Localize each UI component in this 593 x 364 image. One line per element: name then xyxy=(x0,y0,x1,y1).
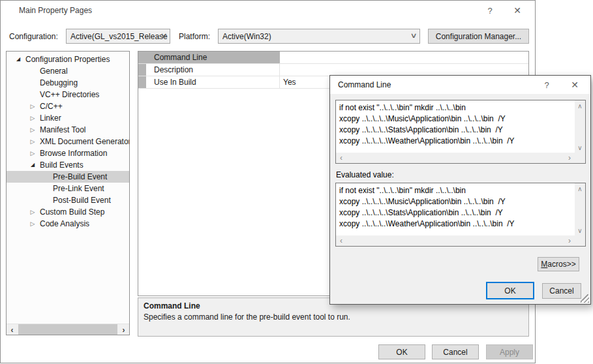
property-label[interactable]: Description xyxy=(146,64,280,76)
description-text: Specifies a command line for the pre-bui… xyxy=(144,312,523,322)
tree-item-xml-document-generator[interactable]: ▷XML Document Generator xyxy=(7,136,129,147)
platform-dropdown[interactable]: Active(Win32) ∨ xyxy=(218,29,420,44)
tree-item-label: Configuration Properties xyxy=(23,55,110,64)
tree-item-post-build-event[interactable]: Post-Build Event xyxy=(7,194,129,206)
expander-expanded-icon[interactable]: ◢ xyxy=(14,53,23,65)
scrollbar-thumb[interactable] xyxy=(18,324,117,335)
scroll-left-icon[interactable]: ‹ xyxy=(336,235,346,246)
macros-button[interactable]: Macros>> xyxy=(538,257,579,271)
window-title: Main Property Pages xyxy=(19,6,92,15)
expander-collapsed-icon[interactable]: ▷ xyxy=(28,147,37,159)
scroll-up-icon[interactable]: ∧ xyxy=(575,183,585,194)
evaluated-value-text: if not exist "..\..\..\bin" mkdir ..\..\… xyxy=(339,185,573,234)
scrollbar-corner xyxy=(575,235,585,246)
cancel-button[interactable]: Cancel xyxy=(432,344,479,359)
platform-value: Active(Win32) xyxy=(222,32,284,41)
row-indicator xyxy=(138,52,146,63)
configuration-value: Active(GL_vs2015_Release xyxy=(70,32,170,41)
tree-item-pre-link-event[interactable]: Pre-Link Event xyxy=(7,183,129,194)
tree-item-label: Post-Build Event xyxy=(50,196,111,205)
scroll-down-icon[interactable]: ∨ xyxy=(575,142,585,153)
chevron-down-icon: ∨ xyxy=(410,31,417,40)
tree-item-label: Code Analysis xyxy=(37,219,89,228)
command-line-dialog-titlebar: Command Line ? ✕ xyxy=(330,76,590,94)
tree-item-linker[interactable]: ▷Linker xyxy=(7,112,129,124)
tree-item-c-c[interactable]: ▷C/C++ xyxy=(7,100,129,112)
chevron-down-icon: ∨ xyxy=(160,31,167,40)
expander-collapsed-icon[interactable]: ▷ xyxy=(28,112,37,124)
expander-expanded-icon[interactable]: ◢ xyxy=(28,159,37,171)
property-label[interactable]: Use In Build xyxy=(146,76,280,88)
help-icon[interactable]: ? xyxy=(537,78,556,92)
scroll-left-icon[interactable]: ‹ xyxy=(336,153,346,163)
row-indicator xyxy=(138,64,146,76)
tree-item-label: Pre-Build Event xyxy=(50,172,107,181)
tree-item-label: Browse Information xyxy=(37,149,107,158)
apply-button[interactable]: Apply xyxy=(486,344,533,359)
tree-item-label: Custom Build Step xyxy=(37,207,104,217)
ok-button[interactable]: OK xyxy=(486,282,534,299)
expander-collapsed-icon[interactable]: ▷ xyxy=(28,136,37,147)
config-tree: ◢Configuration PropertiesGeneralDebuggin… xyxy=(7,53,129,230)
horizontal-scrollbar[interactable]: ‹ › xyxy=(336,153,575,163)
tree-item-label: Manifest Tool xyxy=(37,125,85,134)
command-line-edit-box[interactable]: if not exist "..\..\..\bin" mkdir ..\..\… xyxy=(335,100,586,164)
resize-grip[interactable] xyxy=(581,294,589,303)
tree-item-vc-directories[interactable]: VC++ Directories xyxy=(7,89,129,100)
tree-item-build-events[interactable]: ◢Build Events xyxy=(7,159,129,171)
tree-item-debugging[interactable]: Debugging xyxy=(7,77,129,89)
command-line-text[interactable]: if not exist "..\..\..\bin" mkdir ..\..\… xyxy=(339,102,573,151)
scrollbar-corner xyxy=(575,153,585,163)
property-value[interactable] xyxy=(280,64,528,76)
property-value[interactable] xyxy=(280,52,528,63)
configuration-manager-button[interactable]: Configuration Manager... xyxy=(428,29,529,44)
ok-button[interactable]: OK xyxy=(378,344,425,359)
property-label[interactable]: Command Line xyxy=(146,52,280,63)
tree-item-label: Linker xyxy=(37,114,61,123)
evaluated-value-label: Evaluated value: xyxy=(336,170,394,179)
help-icon[interactable]: ? xyxy=(480,3,500,18)
tree-item-label: VC++ Directories xyxy=(37,90,99,99)
tree-item-label: XML Document Generator xyxy=(37,137,130,146)
close-icon[interactable]: ✕ xyxy=(508,3,527,18)
scroll-right-icon[interactable]: › xyxy=(118,324,129,335)
dialog-title: Command Line xyxy=(338,80,391,89)
configuration-dropdown[interactable]: Active(GL_vs2015_Release ∨ xyxy=(66,29,170,44)
scroll-left-icon[interactable]: ‹ xyxy=(7,324,18,335)
tree-item-label: Pre-Link Event xyxy=(50,184,104,193)
tree-item-pre-build-event[interactable]: Pre-Build Event xyxy=(7,171,129,183)
scroll-up-icon[interactable]: ∧ xyxy=(575,100,585,111)
expander-collapsed-icon[interactable]: ▷ xyxy=(28,218,37,230)
configuration-tree-panel: ◢Configuration PropertiesGeneralDebuggin… xyxy=(6,51,130,335)
tree-item-configuration-properties[interactable]: ◢Configuration Properties xyxy=(7,53,129,65)
tree-item-manifest-tool[interactable]: ▷Manifest Tool xyxy=(7,124,129,136)
platform-label: Platform: xyxy=(179,32,210,41)
vertical-scrollbar[interactable]: ∧ ∨ xyxy=(575,183,585,235)
vertical-scrollbar[interactable]: ∧ ∨ xyxy=(575,100,585,153)
expander-collapsed-icon[interactable]: ▷ xyxy=(28,100,37,112)
tree-item-browse-information[interactable]: ▷Browse Information xyxy=(7,147,129,159)
tree-item-label: C/C++ xyxy=(37,102,63,111)
scroll-down-icon[interactable]: ∨ xyxy=(575,225,585,235)
tree-item-label: Build Events xyxy=(37,160,84,170)
configuration-label: Configuration: xyxy=(9,32,58,41)
property-row-command-line: Command Line xyxy=(138,52,528,64)
tree-item-label: Debugging xyxy=(37,78,78,87)
row-indicator xyxy=(138,76,146,88)
command-line-dialog: Command Line ? ✕ if not exist "..\..\..\… xyxy=(329,75,591,305)
tree-item-general[interactable]: General xyxy=(7,65,129,77)
cancel-button[interactable]: Cancel xyxy=(542,283,581,299)
expander-collapsed-icon[interactable]: ▷ xyxy=(28,124,37,136)
scroll-right-icon[interactable]: › xyxy=(564,235,575,246)
expander-collapsed-icon[interactable]: ▷ xyxy=(28,206,37,218)
evaluated-value-box[interactable]: if not exist "..\..\..\bin" mkdir ..\..\… xyxy=(335,183,586,247)
close-icon[interactable]: ✕ xyxy=(565,78,585,92)
scroll-right-icon[interactable]: › xyxy=(564,153,575,163)
tree-item-label: General xyxy=(37,67,68,76)
tree-item-custom-build-step[interactable]: ▷Custom Build Step xyxy=(7,206,129,218)
tree-item-code-analysis[interactable]: ▷Code Analysis xyxy=(7,218,129,230)
horizontal-scrollbar[interactable]: ‹ › xyxy=(336,235,575,246)
tree-horizontal-scrollbar[interactable]: ‹ › xyxy=(7,324,129,335)
